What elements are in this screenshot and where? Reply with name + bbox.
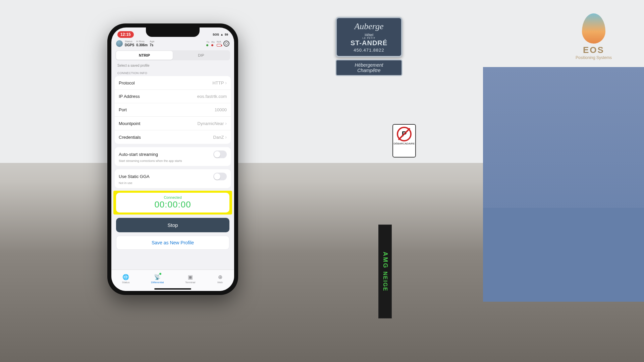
- status-value: DGPS: [125, 43, 134, 47]
- sign-plate-lower: Hébergement Champêtre: [335, 59, 402, 76]
- background-photo: [0, 0, 644, 362]
- rx-dot-icon: [211, 44, 213, 46]
- eos-logo-text: EOS: [557, 45, 631, 55]
- mount-value: DynamicNear›: [198, 121, 227, 126]
- tab-web[interactable]: ⊕ Web: [217, 274, 223, 284]
- chevron-right-icon: ›: [225, 121, 227, 126]
- autostart-label: Auto-start streaming: [119, 152, 158, 157]
- cred-label: Credentials: [119, 135, 141, 140]
- header-age: Age 7s: [150, 40, 154, 47]
- sign-auberge: Auberge: [340, 21, 398, 32]
- tab-term-label: Terminal: [185, 281, 195, 284]
- profile-hint[interactable]: Select a saved profile: [111, 60, 234, 69]
- tab-dip[interactable]: DIP: [173, 51, 229, 60]
- porch: [483, 208, 644, 302]
- autostart-sub: Start streaming corrections when the app…: [119, 159, 227, 163]
- recording-time-pill[interactable]: 12:15: [117, 31, 134, 38]
- antenna-icon: 📡: [154, 274, 161, 280]
- hrms-label: H Rms: [136, 40, 148, 43]
- no-parking-letter: P: [402, 130, 407, 138]
- status-label: Status: [125, 40, 134, 43]
- sign-hebergement: Hébergement: [338, 62, 399, 68]
- header-rx: Rx: [211, 41, 215, 47]
- autostart-row: Auto-start streaming Start streaming cor…: [115, 147, 231, 166]
- tab-web-label: Web: [217, 281, 223, 284]
- sos-indicator: SOS: [213, 33, 219, 36]
- staticgga-toggle[interactable]: [213, 173, 227, 180]
- row-ip[interactable]: IP Address eos.fastrtk.com: [115, 90, 231, 103]
- autostart-toggle[interactable]: [213, 150, 227, 158]
- eos-logo: EOS Positioning Systems: [557, 13, 631, 54]
- tx-dot-icon: [206, 44, 208, 46]
- save-profile-button[interactable]: Save as New Profile: [116, 236, 229, 250]
- row-credentials[interactable]: Credentials DanZ›: [115, 130, 231, 144]
- na-label: N/A: [217, 41, 221, 44]
- app-content: 12:15 SOS ▲ 59 Status DGPS H Rms 0.306m: [111, 27, 234, 269]
- port-label: Port: [119, 107, 127, 112]
- app-header: Status DGPS H Rms 0.306m Age 7s Tx Rx: [111, 39, 234, 49]
- age-value: 7s: [150, 43, 154, 47]
- ip-value: eos.fastrtk.com: [197, 94, 227, 99]
- mount-label: Mountpoint: [119, 121, 140, 126]
- row-port[interactable]: Port 10000: [115, 103, 231, 117]
- no-parking-label: DÉBARCADAIRE: [393, 142, 415, 145]
- amg-text: AMG: [382, 252, 389, 269]
- section-connection-info: CONNECTION INFO: [111, 69, 234, 76]
- building-right: [483, 67, 644, 302]
- connected-card: Connected 00:00:00: [116, 193, 229, 213]
- mode-segmented-control[interactable]: NTRIP DIP: [115, 50, 230, 60]
- terminal-icon: ▣: [187, 274, 194, 280]
- amg-neige-sign: AMG NEIGE: [378, 225, 392, 318]
- sign-name: ST-ANDRÉ: [340, 39, 398, 47]
- battery-level: 59: [225, 33, 228, 36]
- web-icon: ⊕: [217, 274, 223, 280]
- row-protocol[interactable]: Protocol HTTP›: [115, 76, 231, 90]
- tab-diff-label: Differential: [151, 281, 164, 284]
- age-label: Age: [150, 40, 154, 43]
- cred-value: DanZ›: [213, 134, 227, 140]
- tab-status[interactable]: 🌐 Status: [122, 274, 130, 284]
- sign-hotel: Hôtel: [340, 33, 398, 37]
- tab-status-label: Status: [122, 281, 130, 284]
- row-mountpoint[interactable]: Mountpoint DynamicNear›: [115, 117, 231, 130]
- iphone-screen: 12:15 SOS ▲ 59 Status DGPS H Rms 0.306m: [111, 27, 234, 291]
- staticgga-sub: Not in use: [119, 181, 227, 185]
- stop-button[interactable]: Stop: [116, 218, 229, 232]
- header-status: Status DGPS: [125, 40, 134, 47]
- tab-terminal[interactable]: ▣ Terminal: [185, 274, 195, 284]
- neige-text: NEIGE: [382, 272, 388, 292]
- header-battery: N/A: [217, 41, 221, 47]
- header-hrms: H Rms 0.306m: [136, 40, 148, 47]
- battery-icon: [217, 44, 221, 47]
- sign-petit: LE PETIT: [340, 37, 398, 39]
- staticgga-row: Use Static GGA Not in use: [115, 169, 231, 188]
- home-indicator[interactable]: [154, 288, 191, 290]
- tx-label: Tx: [206, 41, 209, 44]
- sign-champetre: Champêtre: [338, 68, 399, 73]
- protocol-label: Protocol: [119, 80, 135, 85]
- gear-icon[interactable]: [223, 41, 229, 47]
- staticgga-label: Use Static GGA: [119, 174, 150, 179]
- iphone-frame: 12:15 SOS ▲ 59 Status DGPS H Rms 0.306m: [107, 23, 238, 295]
- protocol-value: HTTP›: [212, 80, 227, 85]
- auberge-sign: Auberge Hôtel LE PETIT ST-ANDRÉ 450.471.…: [335, 17, 402, 94]
- app-logo-icon: [116, 40, 123, 47]
- status-bar-right: SOS ▲ 59: [213, 33, 228, 36]
- tab-differential[interactable]: 📡 Differential: [151, 274, 164, 284]
- hrms-value: 0.306m: [136, 43, 148, 47]
- sign-phone: 450.471.8822: [340, 48, 398, 53]
- globe-icon: 🌐: [122, 274, 129, 280]
- no-parking-sign: P DÉBARCADAIRE: [392, 124, 416, 158]
- connection-status: Connected: [119, 195, 227, 199]
- wifi-icon: ▲: [220, 33, 223, 36]
- highlight-connected: Connected 00:00:00: [113, 191, 232, 215]
- no-parking-icon: P: [397, 127, 412, 141]
- chevron-right-icon: ›: [225, 80, 227, 85]
- cred-value-text: DanZ: [213, 135, 224, 140]
- port-value: 10000: [215, 107, 227, 112]
- eos-logo-mark: [582, 13, 605, 44]
- ip-label: IP Address: [119, 94, 140, 99]
- rx-label: Rx: [211, 41, 215, 44]
- tab-ntrip[interactable]: NTRIP: [116, 51, 173, 60]
- mount-value-text: DynamicNear: [198, 121, 224, 126]
